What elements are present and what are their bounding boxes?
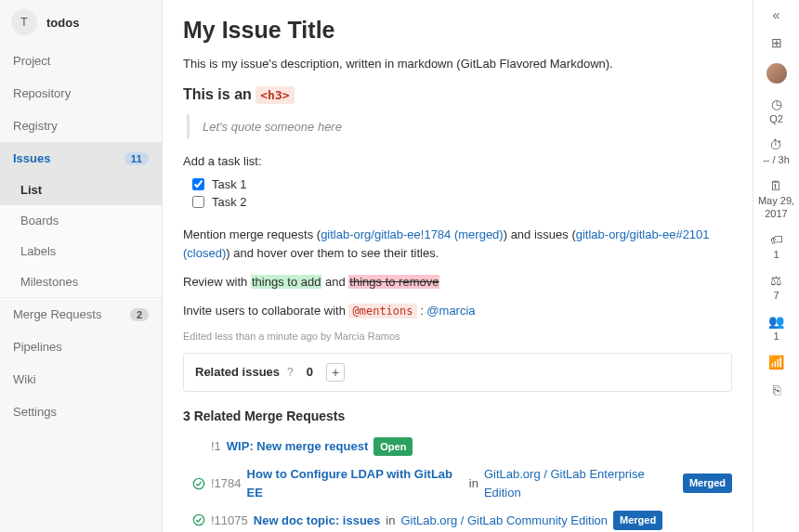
- issue-main: My Issue Title This is my issue's descri…: [163, 0, 753, 532]
- left-sidebar: T todos Project Repository Registry Issu…: [0, 0, 163, 532]
- related-issues-panel: Related issues ? 0 +: [183, 353, 732, 392]
- mr-title-link[interactable]: How to Configure LDAP with GitLab EE: [247, 465, 464, 501]
- mr-row: !1784 How to Configure LDAP with GitLab …: [183, 461, 732, 506]
- sidebar-item-wiki[interactable]: Wiki: [0, 363, 162, 396]
- related-issues-title: Related issues: [195, 365, 280, 379]
- participants-button[interactable]: 👥1: [768, 314, 784, 342]
- sidebar-item-settings[interactable]: Settings: [0, 396, 162, 428]
- subnav-labels[interactable]: Labels: [0, 236, 162, 266]
- text: Invite users to collaborate with: [183, 304, 348, 318]
- mr-title-link[interactable]: WIP: New merge request: [227, 437, 368, 456]
- mention-paragraph: Mention merge requests (gitlab-org/gitla…: [183, 226, 732, 265]
- mr-project-link[interactable]: GitLab.org / GitLab Enterprise Edition: [484, 465, 677, 501]
- labels-button[interactable]: 🏷1: [770, 232, 783, 260]
- rss-icon: 📶: [768, 355, 784, 370]
- labels-count: 1: [773, 249, 779, 260]
- subnav-list[interactable]: List: [0, 175, 162, 205]
- check-circle-icon: [192, 513, 205, 526]
- subnav-boards[interactable]: Boards: [0, 205, 162, 236]
- sidebar-item-merge-requests[interactable]: Merge Requests 2: [0, 297, 162, 331]
- sidebar-label: Repository: [13, 86, 71, 100]
- date-line2: 2017: [765, 208, 787, 219]
- sidebar-label: Merge Requests: [13, 307, 101, 321]
- sidebar-label: Issues: [13, 151, 50, 165]
- calendar-icon: 🗓: [769, 178, 782, 193]
- date-line1: May 29,: [758, 195, 794, 206]
- chevron-left-icon: «: [773, 7, 780, 22]
- sidebar-label: Project: [13, 54, 50, 68]
- text: and: [321, 275, 348, 289]
- collapse-sidebar-button[interactable]: «: [773, 7, 780, 22]
- user-mention-link[interactable]: @marcia: [426, 304, 475, 318]
- text: in: [386, 512, 395, 530]
- project-header[interactable]: T todos: [0, 0, 162, 45]
- diff-deletion: things to remove: [348, 275, 439, 289]
- help-icon[interactable]: ?: [287, 366, 294, 379]
- task-checkbox-2[interactable]: [192, 196, 204, 208]
- task-label: Task 1: [212, 177, 247, 191]
- right-sidebar: « ⊞ ◷Q2 ⏱-- / 3h 🗓May 29,2017 🏷1 ⚖7 👥1 📶…: [753, 0, 799, 532]
- tag-icon: 🏷: [770, 232, 783, 247]
- mr-id: !1: [211, 437, 221, 456]
- sidebar-item-repository[interactable]: Repository: [0, 77, 162, 110]
- related-mrs-title: 3 Related Merge Requests: [183, 409, 732, 423]
- issues-count-badge: 11: [124, 152, 149, 165]
- issue-title: My Issue Title: [183, 17, 732, 44]
- mentions-code: @mentions: [348, 304, 416, 318]
- task-list: Task 1 Task 2: [192, 175, 732, 211]
- weight-button[interactable]: ⚖7: [770, 273, 782, 301]
- status-badge-merged: Merged: [613, 511, 662, 530]
- time-tracking-button[interactable]: ⏱-- / 3h: [763, 137, 790, 165]
- plus-square-icon: ⊞: [771, 35, 782, 50]
- mr-reference-link[interactable]: gitlab-org/gitlab-ee!1784 (merged): [321, 227, 504, 241]
- milestone-button[interactable]: ◷Q2: [769, 97, 783, 124]
- text: ) and hover over them to see their title…: [226, 246, 439, 260]
- sidebar-item-project[interactable]: Project: [0, 45, 162, 77]
- copy-reference-button[interactable]: ⎘: [773, 383, 780, 397]
- issues-subnav: List Boards Labels Milestones: [0, 175, 162, 297]
- h3-prefix: This is an: [183, 86, 255, 102]
- sidebar-item-pipelines[interactable]: Pipelines: [0, 331, 162, 363]
- text: in: [469, 474, 478, 493]
- h3-code-tag: <h3>: [255, 86, 294, 104]
- task-item: Task 1: [192, 175, 732, 193]
- mr-count-badge: 2: [130, 308, 149, 321]
- task-item: Task 2: [192, 193, 732, 211]
- add-related-issue-button[interactable]: +: [326, 363, 345, 382]
- task-list-intro: Add a task list:: [183, 154, 732, 168]
- sidebar-item-issues[interactable]: Issues 11: [0, 142, 162, 175]
- edited-meta: Edited less than a minute ago by Marcia …: [183, 331, 732, 342]
- sidebar-label: Wiki: [13, 372, 36, 386]
- scale-icon: ⚖: [770, 273, 782, 288]
- mr-id: !11075: [211, 512, 248, 530]
- add-todo-button[interactable]: ⊞: [771, 35, 782, 50]
- mr-title-link[interactable]: New doc topic: issues: [254, 512, 381, 530]
- stopwatch-icon: ⏱: [769, 137, 782, 152]
- avatar: [766, 63, 787, 84]
- notifications-button[interactable]: 📶: [768, 355, 784, 370]
- sidebar-label: Pipelines: [13, 340, 62, 354]
- h3-heading: This is an <h3>: [183, 86, 732, 103]
- subnav-milestones[interactable]: Milestones: [0, 266, 162, 297]
- clock-icon: ◷: [771, 97, 782, 111]
- sidebar-label: Settings: [13, 405, 57, 419]
- mr-project-link[interactable]: GitLab.org / GitLab Community Edition: [400, 512, 608, 530]
- text: Review with: [183, 275, 251, 289]
- mr-row: !11075 New doc topic: issues in GitLab.o…: [183, 506, 732, 532]
- sidebar-item-registry[interactable]: Registry: [0, 110, 162, 142]
- related-issues-count: 0: [301, 365, 319, 379]
- project-name: todos: [46, 16, 79, 30]
- sidebar-label: Registry: [13, 119, 58, 133]
- task-checkbox-1[interactable]: [192, 178, 204, 190]
- text: :: [417, 304, 427, 318]
- due-date-button[interactable]: 🗓May 29,2017: [758, 178, 794, 219]
- mr-row: !1 WIP: New merge request Open: [183, 433, 732, 461]
- participants-count: 1: [773, 331, 779, 342]
- assignee-avatar[interactable]: [766, 63, 787, 84]
- blockquote: Let's quote someone here: [187, 114, 732, 139]
- users-icon: 👥: [768, 314, 784, 329]
- project-avatar: T: [11, 9, 37, 35]
- diff-addition: things to add: [251, 275, 321, 289]
- time-label: -- / 3h: [763, 154, 790, 165]
- text: ) and issues (: [504, 227, 576, 241]
